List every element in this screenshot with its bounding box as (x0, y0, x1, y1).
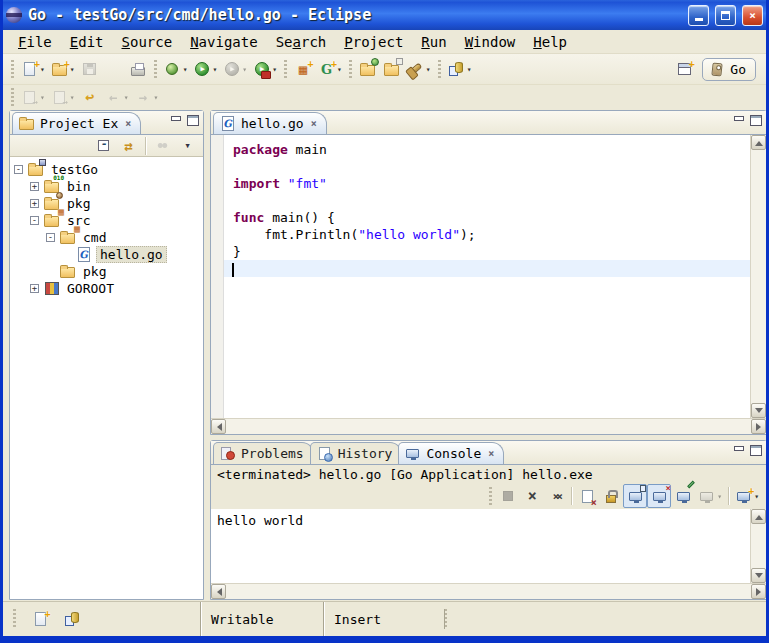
tree-item-cmd[interactable]: -▦cmd (14, 229, 203, 246)
collapse-all-button[interactable] (92, 136, 115, 156)
workspace-annotation-button[interactable] (60, 607, 84, 631)
console-tabs: ProblemsHistoryConsole× (213, 442, 500, 464)
close-button[interactable]: × (742, 5, 763, 26)
drag-grip[interactable] (489, 487, 492, 505)
drag-grip[interactable] (154, 60, 157, 78)
new-folder-button[interactable]: +▾ (48, 57, 78, 81)
new-go-file-button[interactable]: +▾ (315, 57, 345, 81)
view-menu-button[interactable] (176, 136, 199, 156)
code-line-7[interactable]: } (224, 243, 750, 260)
drag-grip[interactable] (444, 609, 447, 629)
show-console-on-stderr-toggle[interactable]: × (647, 484, 671, 508)
tab-problems[interactable]: Problems (213, 442, 314, 464)
scroll-right-icon[interactable] (751, 584, 766, 599)
tab-console[interactable]: Console× (398, 442, 504, 464)
scroll-down-icon[interactable] (751, 403, 766, 418)
maximize-panel-icon[interactable] (749, 445, 762, 456)
maximize-button[interactable] (715, 5, 736, 26)
tab-hello-go[interactable]: G hello.go × (213, 112, 327, 134)
open-perspective-button[interactable]: + (672, 57, 696, 81)
tree-item-testgo[interactable]: -testGo (14, 161, 203, 178)
tree-item-pkg[interactable]: pkg (14, 263, 203, 280)
scroll-right-icon[interactable] (751, 419, 766, 434)
drag-grip[interactable] (13, 609, 16, 629)
menu-navigate[interactable]: Navigate (181, 32, 267, 52)
menu-file[interactable]: File (9, 32, 61, 52)
close-icon[interactable]: × (311, 118, 317, 129)
close-icon[interactable]: × (488, 448, 494, 459)
pin-console-toggle[interactable] (671, 484, 695, 508)
tree-expander-plus-icon[interactable]: + (30, 182, 39, 191)
scroll-up-icon[interactable] (751, 509, 766, 524)
run-button[interactable]: ▶▾ (190, 57, 220, 81)
code-editor[interactable]: package mainimport "fmt"func main() { fm… (224, 135, 750, 418)
minimize-panel-icon[interactable] (732, 115, 745, 126)
code-line-2[interactable] (224, 158, 750, 175)
last-edit-location-button[interactable] (78, 85, 102, 109)
tree-item-pkg[interactable]: +pkg (14, 195, 203, 212)
new-wizard-button[interactable]: +▾ (18, 57, 48, 81)
minimize-panel-icon[interactable] (169, 115, 182, 126)
menu-search[interactable]: Search (267, 32, 336, 52)
code-line-3[interactable]: import "fmt" (224, 175, 750, 192)
scroll-lock-toggle[interactable] (599, 484, 623, 508)
external-tools-button[interactable]: ▶▾ (250, 57, 280, 81)
menu-project[interactable]: Project (335, 32, 412, 52)
open-resource-button[interactable] (380, 57, 404, 81)
console-vertical-scrollbar[interactable] (750, 509, 766, 583)
drag-grip[interactable] (11, 88, 14, 106)
editor-horizontal-scrollbar[interactable] (211, 418, 766, 434)
console-output[interactable]: hello world (211, 509, 750, 583)
tree-item-bin[interactable]: +010bin (14, 178, 203, 195)
code-line-1[interactable]: package main (224, 141, 750, 158)
code-line-4[interactable] (224, 192, 750, 209)
scroll-left-icon[interactable] (211, 419, 226, 434)
scroll-down-icon[interactable] (751, 568, 766, 583)
fast-view-button[interactable]: + (28, 607, 52, 631)
tree-expander-minus-icon[interactable]: - (46, 233, 55, 242)
maximize-panel-icon[interactable] (749, 115, 762, 126)
maximize-panel-icon[interactable] (186, 115, 199, 126)
menu-run[interactable]: Run (412, 32, 455, 52)
code-line-5[interactable]: func main() { (224, 209, 750, 226)
debug-button[interactable]: ▾ (161, 57, 191, 81)
scroll-left-icon[interactable] (211, 584, 226, 599)
open-type-button[interactable] (356, 57, 380, 81)
remove-all-terminated-button[interactable] (544, 484, 568, 508)
minimize-panel-icon[interactable] (732, 445, 745, 456)
annotation-button[interactable]: ▾ (445, 57, 475, 81)
tab-history[interactable]: History (310, 442, 403, 464)
link-with-editor-button[interactable] (117, 136, 140, 156)
show-console-on-stdout-toggle[interactable] (623, 484, 647, 508)
go-perspective-button[interactable]: Go (702, 58, 756, 81)
tree-expander-plus-icon[interactable]: + (30, 284, 39, 293)
menu-source[interactable]: Source (113, 32, 182, 52)
search-button[interactable]: ▾ (404, 57, 434, 81)
tree-expander-plus-icon[interactable]: + (30, 199, 39, 208)
code-line-8[interactable] (224, 260, 750, 277)
print-button[interactable] (126, 57, 150, 81)
minimize-button[interactable] (688, 5, 709, 26)
drag-grip[interactable] (11, 60, 14, 78)
drag-grip[interactable] (349, 60, 352, 78)
tree-expander-minus-icon[interactable]: - (14, 165, 23, 174)
console-horizontal-scrollbar[interactable] (211, 583, 766, 599)
tab-project-explorer[interactable]: Project Ex × (12, 112, 141, 134)
editor-vertical-scrollbar[interactable] (750, 135, 766, 418)
tree-item-hello-go[interactable]: Ghello.go (14, 246, 203, 263)
scroll-up-icon[interactable] (751, 135, 766, 150)
drag-grip[interactable] (284, 60, 287, 78)
tree-item-goroot[interactable]: +GOROOT (14, 280, 203, 297)
open-console-button[interactable]: +▾ (732, 484, 762, 508)
new-go-package-button[interactable]: + (291, 57, 315, 81)
drag-grip[interactable] (438, 60, 441, 78)
tree-item-src[interactable]: -▦src (14, 212, 203, 229)
tree-expander-minus-icon[interactable]: - (30, 216, 39, 225)
menu-edit[interactable]: Edit (61, 32, 113, 52)
menu-help[interactable]: Help (524, 32, 576, 52)
remove-launch-button[interactable] (520, 484, 544, 508)
close-icon[interactable]: × (125, 118, 131, 129)
menu-window[interactable]: Window (456, 32, 525, 52)
code-line-6[interactable]: fmt.Println("hello world"); (224, 226, 750, 243)
clear-console-button[interactable] (575, 484, 599, 508)
